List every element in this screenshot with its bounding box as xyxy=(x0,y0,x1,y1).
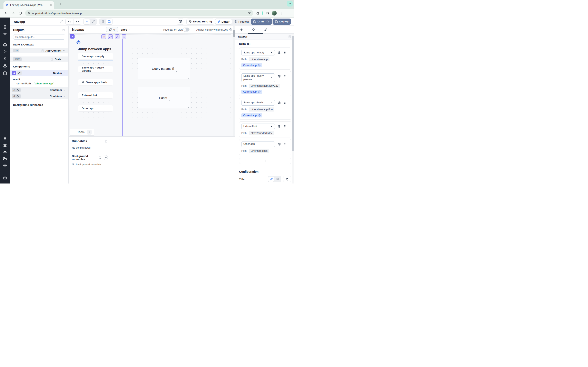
connect-button[interactable] xyxy=(283,176,291,182)
drag-handle-icon[interactable] xyxy=(283,101,286,104)
clear-icon[interactable] xyxy=(270,51,273,54)
move-button[interactable] xyxy=(122,34,126,39)
component-row-navbar[interactable]: a Navbar xyxy=(10,70,68,76)
panel-doc-icon[interactable] xyxy=(105,140,108,143)
canvas-scrollbar[interactable] xyxy=(233,26,235,136)
navbar-component-selection[interactable]: Jump between apps Same app - empty Same … xyxy=(71,37,122,136)
scrollbar-thumb[interactable] xyxy=(233,30,235,37)
rename-component-button[interactable] xyxy=(17,71,22,75)
nav-item-same-app-empty[interactable]: Same app - empty xyxy=(78,53,113,59)
anchor-button[interactable] xyxy=(115,34,120,39)
mobile-view-button[interactable] xyxy=(100,19,106,24)
docs-button[interactable] xyxy=(177,18,184,25)
item-label-input[interactable]: Same app - hash xyxy=(241,100,275,106)
panel-doc-icon[interactable] xyxy=(288,35,291,38)
scrollbar-thumb[interactable] xyxy=(292,36,294,151)
hash-container[interactable]: Hash: xyxy=(138,87,190,108)
browser-tab[interactable]: Edit App u/henri/navapp | Win xyxy=(3,1,54,9)
drag-handle-icon[interactable] xyxy=(283,142,286,146)
sidebar-item-workers[interactable] xyxy=(3,150,7,154)
item-label-input[interactable]: External link xyxy=(241,124,275,129)
sidebar-item-audit-logs[interactable] xyxy=(3,163,7,167)
sidebar-item-runs[interactable] xyxy=(3,50,7,54)
component-row-container-e[interactable]: e Container xyxy=(10,87,68,93)
clear-icon[interactable] xyxy=(270,76,273,79)
state-row[interactable]: state State xyxy=(10,57,68,62)
add-item-button[interactable] xyxy=(239,158,291,164)
zoom-out-button[interactable] xyxy=(72,131,75,133)
editor-tab[interactable]: Editor xyxy=(215,19,232,24)
chevron-down-icon[interactable] xyxy=(63,95,66,98)
new-tab-button[interactable] xyxy=(59,2,62,6)
clear-icon[interactable] xyxy=(270,143,273,145)
site-settings-icon[interactable] xyxy=(27,12,30,15)
chevron-up-icon[interactable] xyxy=(63,72,66,74)
bookmark-icon[interactable] xyxy=(248,12,251,15)
query-params-container[interactable]: Query params {} xyxy=(138,58,190,79)
chevron-down-icon[interactable] xyxy=(63,58,65,60)
static-value-button[interactable] xyxy=(268,176,274,182)
fill-height-button[interactable] xyxy=(108,34,113,39)
nav-item-hash[interactable]: Same app - hash xyxy=(78,79,113,85)
tab-search-button[interactable] xyxy=(287,1,293,7)
clear-icon[interactable] xyxy=(270,125,273,128)
selected-component-tag[interactable]: a xyxy=(70,34,75,39)
edit-name-icon[interactable] xyxy=(60,20,63,23)
clear-icon[interactable] xyxy=(270,101,273,104)
sidebar-item-home[interactable] xyxy=(3,43,7,47)
deploy-button[interactable]: Deploy xyxy=(273,18,291,25)
sidebar-expand-icon[interactable] xyxy=(3,183,7,184)
tab-close-icon[interactable] xyxy=(49,4,52,6)
expression-button[interactable] xyxy=(275,176,281,182)
fullscreen-layout-button[interactable] xyxy=(90,19,96,24)
expand-down-button[interactable] xyxy=(102,34,106,39)
zoom-in-button[interactable] xyxy=(87,130,92,134)
reload-button[interactable] xyxy=(18,11,22,15)
info-icon[interactable] xyxy=(99,156,101,159)
sidebar-item-settings[interactable] xyxy=(3,143,7,147)
search-outputs-input[interactable] xyxy=(13,34,65,40)
item-settings-icon[interactable] xyxy=(277,101,281,104)
nav-item-external-link[interactable]: External link xyxy=(78,92,113,98)
item-settings-icon[interactable] xyxy=(277,125,281,128)
refresh-count-button[interactable]: 0 xyxy=(106,27,118,33)
canvas[interactable]: a Jump between apps Same app - empty Sam… xyxy=(69,34,235,136)
tab-insert-component[interactable] xyxy=(240,28,243,31)
hide-bar-toggle[interactable] xyxy=(182,28,190,32)
preview-tab[interactable]: Preview xyxy=(232,19,251,24)
chevron-down-icon[interactable] xyxy=(63,49,65,52)
sidebar-item-workspace[interactable] xyxy=(3,25,7,29)
resize-handle[interactable] xyxy=(176,70,177,72)
sidebar-item-users[interactable] xyxy=(3,137,7,141)
frequency-dropdown[interactable]: once xyxy=(121,28,131,31)
back-button[interactable] xyxy=(4,11,8,15)
sidebar-item-folders[interactable] xyxy=(3,157,7,161)
item-label-input[interactable]: Same app - query params xyxy=(241,73,275,82)
sidebar-item-favorites[interactable] xyxy=(3,32,7,36)
item-settings-icon[interactable] xyxy=(277,75,281,78)
item-settings-icon[interactable] xyxy=(277,142,281,146)
drag-handle-icon[interactable] xyxy=(283,125,286,128)
tab-styling[interactable] xyxy=(264,28,267,31)
drag-handle-icon[interactable] xyxy=(283,51,286,54)
item-label-input[interactable]: Same app - empty xyxy=(241,50,275,55)
item-label-input[interactable]: Other app xyxy=(241,141,275,147)
desktop-view-button[interactable] xyxy=(106,19,112,24)
debug-runs-button[interactable]: Debug runs (0) xyxy=(186,18,214,25)
info-icon[interactable] xyxy=(258,91,260,93)
nav-item-other-app[interactable]: Other app xyxy=(78,105,113,111)
profile-avatar[interactable] xyxy=(272,11,277,16)
sidebar-item-help[interactable] xyxy=(3,176,7,180)
resize-handle[interactable] xyxy=(169,100,170,101)
url-text[interactable]: app.windmill.dev/apps/edit/u/henri/navap… xyxy=(32,12,246,15)
undo-button[interactable] xyxy=(66,19,73,25)
drag-handle-icon[interactable] xyxy=(283,75,286,78)
settings-scrollbar[interactable] xyxy=(292,34,294,184)
media-controls-icon[interactable] xyxy=(266,11,269,15)
info-icon[interactable] xyxy=(258,114,260,117)
component-row-container-d[interactable]: d Container xyxy=(10,93,68,99)
panel-doc-icon[interactable] xyxy=(62,29,65,32)
sidebar-item-schedules[interactable] xyxy=(3,71,7,75)
address-bar[interactable]: app.windmill.dev/apps/edit/u/henri/navap… xyxy=(25,10,253,16)
extensions-icon[interactable] xyxy=(256,11,260,15)
